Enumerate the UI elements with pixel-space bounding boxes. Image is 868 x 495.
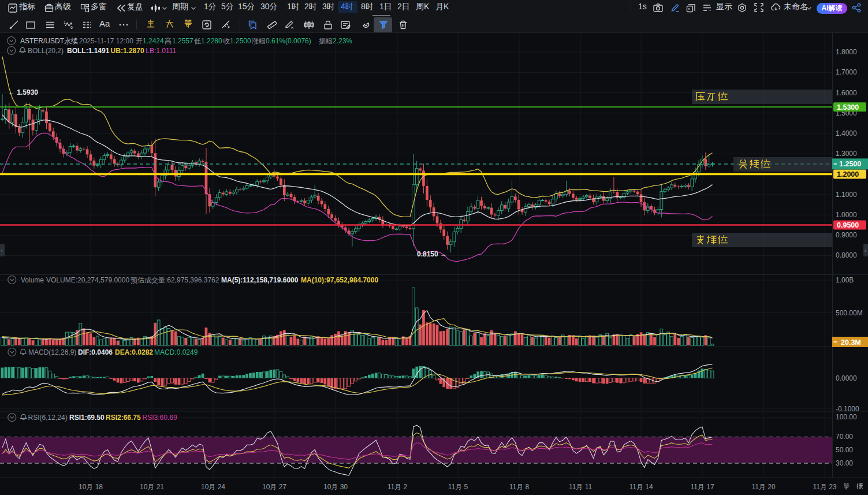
svg-text:BOLL(20,2): BOLL(20,2) (28, 47, 64, 55)
svg-text:50.00: 50.00 (836, 446, 853, 454)
svg-text:‹: ‹ (1, 248, 3, 254)
svg-text:RSI(6,12,24): RSI(6,12,24) (28, 414, 68, 422)
svg-text:1.0000: 1.0000 (836, 211, 857, 219)
svg-text:11月 2: 11月 2 (388, 483, 408, 491)
svg-text:DEA:0.0282: DEA:0.0282 (115, 348, 153, 356)
svg-text:MA(5):112,158,719.6000: MA(5):112,158,719.6000 (221, 276, 299, 284)
svg-text:UB:1.2870: UB:1.2870 (111, 47, 144, 55)
svg-text:11月 17: 11月 17 (690, 483, 714, 491)
svg-text:ASTER/USDT永续: ASTER/USDT永续 (20, 37, 78, 45)
svg-text:10月 18: 10月 18 (79, 483, 103, 491)
svg-text:1.2424: 1.2424 (143, 37, 164, 45)
svg-text:0.61%(0.0076): 0.61%(0.0076) (266, 37, 311, 45)
svg-text:11月 14: 11月 14 (629, 483, 653, 491)
svg-text:11月 8: 11月 8 (509, 483, 530, 491)
svg-text:2025-11-17 12:00: 2025-11-17 12:00 (79, 37, 133, 45)
svg-text:20.3M: 20.3M (841, 338, 861, 347)
svg-text:0.9500: 0.9500 (837, 221, 859, 229)
svg-text:1.00B: 1.00B (836, 276, 854, 284)
svg-text:›: › (865, 248, 866, 254)
svg-text:涨幅: 涨幅 (251, 37, 266, 45)
svg-text:-0.1000: -0.1000 (836, 405, 859, 413)
svg-text:1.7000: 1.7000 (836, 68, 857, 76)
svg-text:MA(10):97,652,984.7000: MA(10):97,652,984.7000 (301, 276, 378, 284)
svg-text:30.00: 30.00 (836, 459, 853, 467)
svg-text:VOLUME:20,274,579.0000: VOLUME:20,274,579.0000 (46, 276, 129, 284)
svg-text:1.5300: 1.5300 (837, 103, 859, 111)
svg-text:收: 收 (223, 37, 230, 45)
svg-text:← 1.5930: ← 1.5930 (8, 88, 38, 96)
svg-text:Volume: Volume (21, 276, 44, 284)
svg-text:1.2000: 1.2000 (837, 170, 859, 178)
svg-text:10月 30: 10月 30 (323, 483, 348, 491)
svg-text:MACD(12,26,9): MACD(12,26,9) (28, 348, 76, 356)
svg-text:振幅: 振幅 (319, 37, 333, 45)
svg-text:0.8150 →: 0.8150 → (417, 250, 447, 258)
svg-text:RSI3:60.69: RSI3:60.69 (143, 414, 177, 422)
svg-text:0.9000: 0.9000 (836, 231, 857, 239)
svg-text:0.8000: 0.8000 (836, 251, 857, 259)
svg-text:11月 23: 11月 23 (813, 483, 836, 491)
svg-text:RSI1:69.50: RSI1:69.50 (69, 414, 105, 422)
svg-text:1.3000: 1.3000 (836, 150, 857, 158)
svg-text:RSI2:66.75: RSI2:66.75 (106, 414, 141, 422)
svg-text:LB:1.0111: LB:1.0111 (146, 47, 176, 55)
svg-text:1.2557: 1.2557 (172, 37, 193, 45)
svg-text:1.4000: 1.4000 (836, 129, 857, 137)
svg-text:开: 开 (136, 37, 143, 45)
svg-text:1.1000: 1.1000 (836, 191, 857, 199)
svg-text:1: 1 (64, 20, 66, 24)
svg-text:6: 6 (70, 25, 73, 29)
svg-text:10月 27: 10月 27 (262, 483, 286, 491)
svg-text:高: 高 (165, 37, 172, 45)
svg-text:1.2500: 1.2500 (230, 37, 251, 45)
svg-text:0.0000: 0.0000 (836, 374, 857, 382)
svg-text:500.00M: 500.00M (836, 309, 863, 317)
svg-text:2.23%: 2.23% (333, 37, 352, 45)
svg-text:MACD:0.0249: MACD:0.0249 (154, 348, 198, 356)
svg-text:11月 11: 11月 11 (569, 483, 593, 491)
svg-text:BOLL:1.1491: BOLL:1.1491 (67, 47, 110, 55)
svg-text:DIF:0.0406: DIF:0.0406 (78, 348, 113, 356)
svg-text:1.2500: 1.2500 (839, 160, 861, 168)
svg-text:10月 21: 10月 21 (140, 483, 164, 491)
svg-text:低: 低 (194, 37, 201, 45)
svg-text:预估成交量:62,975,396.3762: 预估成交量:62,975,396.3762 (131, 276, 219, 284)
svg-text:1.8000: 1.8000 (836, 48, 857, 56)
svg-text:10月 24: 10月 24 (201, 483, 225, 491)
svg-text:11月 20: 11月 20 (751, 483, 775, 491)
svg-text:11月 5: 11月 5 (448, 483, 468, 491)
svg-text:70.00: 70.00 (836, 433, 853, 441)
svg-text:1.2280: 1.2280 (201, 37, 222, 45)
svg-text:100.00: 100.00 (836, 413, 857, 421)
svg-text:1.6000: 1.6000 (836, 89, 857, 97)
